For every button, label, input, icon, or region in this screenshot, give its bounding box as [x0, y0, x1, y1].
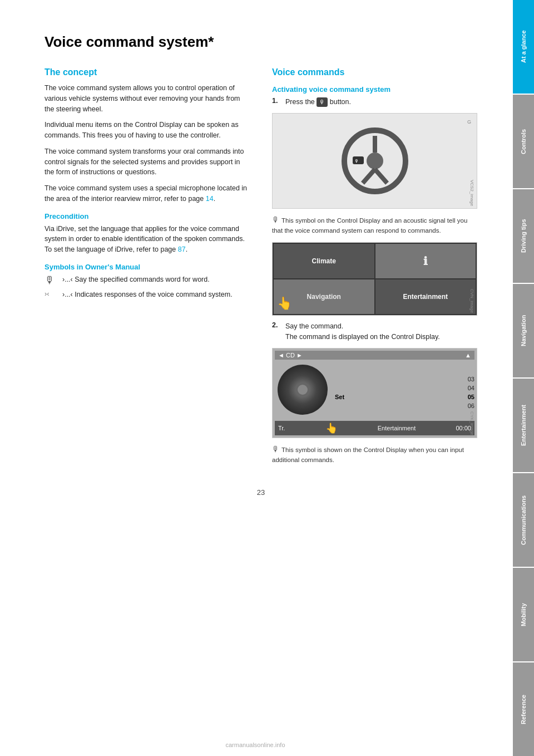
cd-set-label: Set — [335, 394, 344, 400]
steering-wheel-svg: 🎙 — [342, 127, 408, 194]
cd-footer: Tr. 👆 Entertainment 00:00 — [275, 421, 474, 435]
cd-footer-hand-icon: 👆 — [325, 422, 338, 434]
svg-line-3 — [363, 169, 375, 183]
precondition-heading: Precondition — [44, 212, 250, 220]
hand-icon: 👆 — [277, 296, 292, 311]
tab-driving-tips[interactable]: Driving tips — [513, 189, 534, 283]
tab-navigation[interactable]: Navigation — [513, 284, 534, 377]
activating-heading: Activating voice command system — [272, 85, 477, 94]
cd-climate: Climate — [274, 244, 374, 278]
precondition-text: Via iDrive, set the language that applie… — [44, 224, 250, 255]
caption-2-text: This symbol is shown on the Control Disp… — [272, 446, 464, 463]
link-page-87[interactable]: 87 — [178, 246, 186, 253]
tab-mobility[interactable]: Mobility — [513, 568, 534, 661]
svg-point-1 — [367, 153, 383, 169]
symbol2-text: ›...‹ Indicates responses of the voice c… — [62, 289, 233, 300]
page-title: Voice command system* — [44, 33, 477, 51]
step-2-num: 2. — [272, 321, 281, 329]
step-2-text: Say the command. — [285, 322, 343, 330]
img-label-3: CYK_image — [469, 411, 474, 435]
step-2: 2. Say the command. The command is displ… — [272, 321, 477, 342]
left-column: The concept The voice command system all… — [44, 67, 250, 472]
cd-header-left: ◄ CD ► — [278, 352, 303, 359]
caption-1: 🎙 This symbol on the Control Display and… — [272, 214, 477, 235]
cd-display: ◄ CD ► ▲ 03 — [273, 348, 477, 438]
svg-line-4 — [375, 169, 387, 183]
response-symbol-icon: ›‹ — [44, 289, 58, 298]
symbol-row-1: 🎙 ›...‹ Say the specified commands word … — [44, 274, 250, 286]
svg-text:🎙: 🎙 — [354, 159, 359, 164]
voice-commands-heading: Voice commands — [272, 67, 477, 77]
concept-para-3: The voice command system transforms your… — [44, 146, 250, 178]
step-1-text: Press the 🎙 button. — [285, 97, 351, 107]
cd-track-06: 06 — [335, 402, 474, 409]
footer: carmanualsonline.info — [0, 734, 511, 756]
tab-at-a-glance[interactable]: At a glance — [513, 0, 534, 94]
step-2-detail: The command is displayed on the Control … — [285, 333, 440, 341]
cd-track-05: Set 05 — [335, 394, 474, 400]
tab-reference[interactable]: Reference — [513, 662, 534, 756]
tab-communications[interactable]: Communications — [513, 473, 534, 567]
cd-track-label: Tr. — [278, 425, 285, 431]
right-column: Voice commands Activating voice command … — [272, 67, 477, 472]
concept-para-1: The voice command system allows you to c… — [44, 83, 250, 114]
main-content: Voice command system* The concept The vo… — [0, 0, 511, 530]
symbol-row-2: ›‹ ›...‹ Indicates responses of the voic… — [44, 289, 250, 300]
concept-para-4: The voice command system uses a special … — [44, 183, 250, 204]
img-label-1: VCS2_image — [469, 180, 474, 206]
page-number: 23 — [44, 488, 477, 497]
link-page-14[interactable]: 14 — [206, 195, 214, 203]
voice-symbol-caption-icon-2: 🎙 — [272, 445, 280, 454]
cd-display-box: ◄ CD ► ▲ 03 — [272, 348, 477, 438]
cd-track-03: 03 — [335, 376, 474, 382]
control-display-grid: Climate ℹ Navigation Entertainment 👆 — [273, 243, 477, 315]
symbols-heading: Symbols in Owner's Manual — [44, 263, 250, 271]
cd-body: 03 04 Set 05 — [275, 362, 474, 423]
tab-controls[interactable]: Controls — [513, 95, 534, 188]
diagram-label-1: G — [467, 119, 471, 125]
steering-diagram-box: 🎙 G VCS2_image — [272, 113, 477, 209]
cd-header-right: ▲ — [465, 352, 471, 359]
side-tabs: At a glance Controls Driving tips Naviga… — [513, 0, 534, 756]
cd-track-04: 04 — [335, 385, 474, 391]
cd-footer-label: Entertainment — [378, 425, 416, 431]
cd-info-icon: ℹ — [375, 244, 476, 278]
control-display-box: Climate ℹ Navigation Entertainment 👆 CVN… — [272, 242, 477, 316]
voice-button-icon: 🎙 — [317, 97, 328, 107]
concept-para-2: Individual menu items on the Control Dis… — [44, 120, 250, 141]
step-1: 1. Press the 🎙 button. — [272, 97, 477, 107]
microphone-symbol-icon: 🎙 — [44, 274, 58, 286]
step-2-content: Say the command. The command is displaye… — [285, 321, 440, 342]
img-label-2: CVN_image — [469, 289, 474, 313]
step-1-num: 1. — [272, 97, 281, 105]
footer-logo: carmanualsonline.info — [225, 742, 285, 748]
cd-tracks: 03 04 Set 05 — [330, 362, 474, 423]
caption-2: 🎙 This symbol is shown on the Control Di… — [272, 444, 477, 465]
cd-vinyl-center — [298, 385, 308, 395]
concept-heading: The concept — [44, 67, 250, 77]
steering-diagram: 🎙 G — [273, 114, 477, 208]
tab-entertainment[interactable]: Entertainment — [513, 379, 534, 472]
cd-vinyl — [278, 365, 328, 415]
voice-symbol-caption-icon: 🎙 — [272, 215, 280, 224]
symbol1-text: ›...‹ Say the specified commands word fo… — [62, 274, 210, 285]
cd-display-header: ◄ CD ► ▲ — [275, 351, 474, 360]
caption-1-text: This symbol on the Control Display and a… — [272, 217, 467, 234]
cd-entertainment: Entertainment — [375, 279, 476, 314]
two-column-layout: The concept The voice command system all… — [44, 67, 477, 472]
cd-time: 00:00 — [456, 425, 471, 431]
